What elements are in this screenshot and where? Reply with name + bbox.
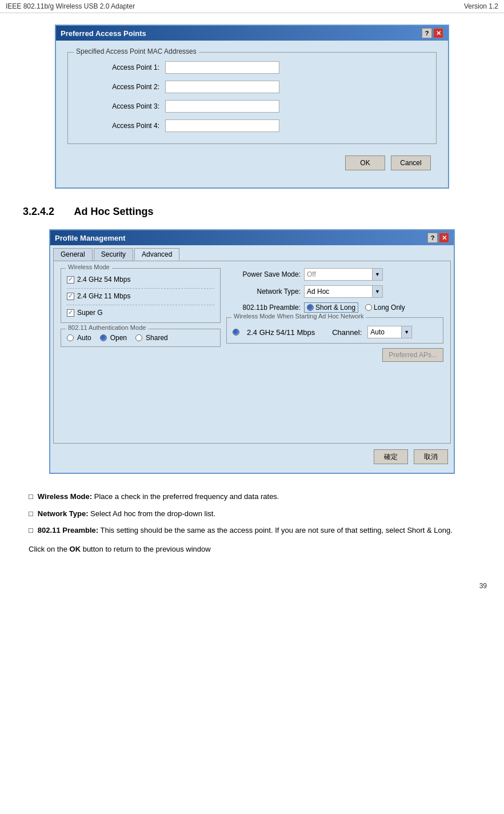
- pap-label-4: Access Point 4:: [79, 122, 159, 130]
- pm-inner: Wireless Mode 2.4 GHz 54 Mbps 2.4 GHz 11…: [61, 268, 443, 362]
- pap-input-2[interactable]: [165, 81, 279, 93]
- pap-field-row-3: Access Point 3:: [79, 100, 425, 113]
- wm-option-3: Super G: [67, 309, 214, 317]
- auth-label-shared: Shared: [146, 334, 168, 342]
- preamble-long-only-option: Long Only: [365, 304, 405, 312]
- pap-cancel-button[interactable]: Cancel: [391, 155, 431, 170]
- wm-checkbox-2[interactable]: [67, 293, 74, 300]
- desc-text-2: Network Type: Select Ad hoc from the dro…: [38, 508, 475, 520]
- preamble-short-long-option: Short & Long: [304, 302, 358, 313]
- auth-radios: Auto Open Shared: [67, 334, 214, 342]
- pap-field-row-2: Access Point 2:: [79, 81, 425, 93]
- network-type-value: Ad Hoc ▼: [304, 285, 443, 298]
- desc-bold-2: Network Type:: [38, 509, 89, 518]
- wm-adhoc-radio[interactable]: [233, 329, 239, 336]
- preamble-long-only-label: Long Only: [374, 304, 405, 312]
- pm-dialog: Profile Management ? ✕ General Security …: [49, 229, 455, 474]
- pap-title: Preferred Access Points: [61, 29, 146, 38]
- power-save-label: Power Save Mode:: [226, 270, 301, 278]
- pap-help-button[interactable]: ?: [422, 28, 432, 38]
- pm-ok-button[interactable]: 確定: [374, 449, 408, 464]
- pap-mac-group: Specified Access Point MAC Addresses Acc…: [67, 52, 437, 144]
- network-type-arrow[interactable]: ▼: [373, 285, 383, 298]
- preamble-label: 802.11b Preamble:: [226, 304, 301, 312]
- channel-label: Channel:: [332, 328, 362, 337]
- pm-help-button[interactable]: ?: [427, 233, 438, 243]
- wireless-mode-legend: Wireless Mode: [66, 264, 112, 270]
- pref-aps-button[interactable]: Preferred APs...: [382, 348, 443, 362]
- click-text: Click on the OK button to return to the …: [23, 545, 481, 553]
- tab-advanced[interactable]: Advanced: [134, 248, 179, 261]
- wm-label-3: Super G: [77, 309, 103, 317]
- power-save-arrow[interactable]: ▼: [373, 268, 383, 281]
- pap-close-button[interactable]: ✕: [433, 28, 443, 38]
- desc-bullet-3: □: [29, 525, 33, 536]
- power-save-text: Off: [307, 270, 316, 278]
- tab-security[interactable]: Security: [94, 248, 133, 261]
- pap-ok-button[interactable]: OK: [345, 155, 385, 170]
- desc-bullet-1: □: [29, 491, 33, 502]
- pm-content: General Security Advanced Wireless Mode …: [50, 245, 454, 473]
- pref-aps-row: Preferred APs...: [226, 348, 443, 362]
- pap-input-3[interactable]: [165, 100, 279, 113]
- pap-input-4[interactable]: [165, 119, 279, 132]
- pm-titlebar-buttons: ? ✕: [427, 233, 449, 243]
- desc-item-2: □ Network Type: Select Ad hoc from the d…: [29, 508, 475, 520]
- channel-select-box: Auto: [367, 326, 402, 338]
- pm-right-col: Power Save Mode: Off ▼: [226, 268, 443, 362]
- section-title: Ad Hoc Settings: [74, 206, 153, 217]
- wm-label-1: 2.4 GHz 54 Mbps: [77, 276, 130, 284]
- wireless-mode-group: Wireless Mode 2.4 GHz 54 Mbps 2.4 GHz 11…: [61, 268, 221, 323]
- header-title: IEEE 802.11b/g Wireless USB 2.0 Adapter: [6, 2, 135, 10]
- pm-body: Wireless Mode 2.4 GHz 54 Mbps 2.4 GHz 11…: [53, 261, 451, 444]
- pap-field-row-4: Access Point 4:: [79, 119, 425, 132]
- wm-checkbox-3[interactable]: [67, 309, 74, 317]
- network-type-label: Network Type:: [226, 288, 301, 296]
- desc-detail-3: This setting should be the same as the a…: [100, 526, 452, 534]
- auth-radio-auto[interactable]: [67, 334, 74, 341]
- preamble-radio-short-long[interactable]: [307, 304, 314, 311]
- auth-label-auto: Auto: [77, 334, 91, 342]
- network-type-select-box: Ad Hoc: [304, 285, 373, 298]
- pap-label-1: Access Point 1:: [79, 63, 159, 71]
- preamble-radio-long-only[interactable]: [365, 304, 372, 311]
- pap-footer: OK Cancel: [67, 153, 437, 176]
- pm-cancel-button[interactable]: 取消: [414, 449, 448, 464]
- description-section: □ Wireless Mode: Place a check in the pr…: [23, 491, 481, 536]
- pm-title: Profile Management: [55, 234, 126, 242]
- page-content: Preferred Access Points ? ✕ Specified Ac…: [0, 13, 504, 565]
- desc-text-1: Wireless Mode: Place a check in the pref…: [38, 491, 475, 502]
- desc-bold-1: Wireless Mode:: [38, 492, 92, 501]
- auth-option-auto[interactable]: Auto: [67, 334, 91, 342]
- page-footer: 39: [0, 576, 504, 596]
- wm-option-2: 2.4 GHz 11 Mbps: [67, 292, 214, 300]
- auth-radio-open[interactable]: [100, 334, 107, 341]
- pap-group-legend: Specified Access Point MAC Addresses: [74, 47, 199, 55]
- auth-group: 802.11 Authentication Mode Auto Open: [61, 329, 221, 347]
- power-save-select-wrapper: Off ▼: [304, 268, 383, 281]
- auth-radio-shared[interactable]: [135, 334, 142, 341]
- wm-label-2: 2.4 GHz 11 Mbps: [77, 292, 130, 300]
- desc-item-3: □ 802.11 Preamble: This setting should b…: [29, 525, 475, 536]
- wm-checkbox-1[interactable]: [67, 276, 74, 284]
- pm-close-button[interactable]: ✕: [439, 233, 449, 243]
- pap-input-1[interactable]: [165, 61, 279, 74]
- preamble-short-long-label: Short & Long: [315, 304, 355, 312]
- pm-left-col: Wireless Mode 2.4 GHz 54 Mbps 2.4 GHz 11…: [61, 268, 221, 362]
- channel-value: Auto: [370, 328, 385, 336]
- page-number: 39: [479, 582, 487, 590]
- auth-option-shared[interactable]: Shared: [135, 334, 168, 342]
- wm-adhoc-row: 2.4 GHz 54/11 Mbps Channel: Auto ▼: [233, 322, 437, 338]
- click-ok-bold: OK: [70, 545, 81, 553]
- tab-general[interactable]: General: [53, 248, 93, 261]
- header-version: Version 1.2: [464, 2, 498, 10]
- desc-bullet-2: □: [29, 508, 33, 520]
- power-save-select-box: Off: [304, 268, 373, 281]
- channel-select-wrapper: Auto ▼: [367, 326, 412, 338]
- pap-titlebar: Preferred Access Points ? ✕: [56, 26, 448, 41]
- channel-arrow[interactable]: ▼: [402, 326, 412, 338]
- section-number: 3.2.4.2: [23, 206, 54, 217]
- network-type-row: Network Type: Ad Hoc ▼: [226, 285, 443, 298]
- desc-detail-2: Select Ad hoc from the drop-down list.: [90, 509, 215, 518]
- auth-option-open[interactable]: Open: [100, 334, 127, 342]
